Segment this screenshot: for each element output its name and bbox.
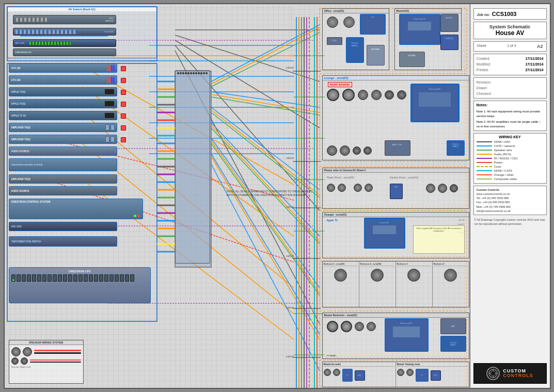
date-block: Created: 17/11/2014 Modified: 17/11/2014… [473, 54, 547, 75]
svg-text:subnet: subnet [286, 355, 294, 358]
job-no-value: CCS1003 [492, 11, 517, 17]
room-lounge-lower: Master Bedroom - zone(01) Samsung 40" AM [322, 313, 469, 359]
wiring-row-hdmi-cat6: HDMI / CAT6 [477, 169, 544, 172]
svg-line-67 [211, 107, 320, 190]
wire-hdmi-cat6-label: HDMI / CAT6 [494, 169, 512, 172]
svg-line-70 [211, 154, 320, 334]
wire-ir-label: IR / RS232 / CEC [494, 157, 518, 160]
svg-line-80 [211, 112, 320, 198]
svg-line-78 [211, 32, 320, 87]
revision-block: Revision: Drawn: Checked: [473, 77, 547, 99]
room-office: Office - zone(01) TV CTRL TOUCHPANEL KEY… [322, 8, 389, 70]
rack-item-7: AUDIO SOURCE [9, 146, 117, 156]
schematic-area: NOTE: ALL DEVICE NAMES MUST CORRESPOND T… [5, 4, 470, 388]
svg-line-68 [211, 123, 320, 236]
contact-mobile: Mob: +44 (0) 795 2999 882 [477, 205, 544, 209]
right-panel: Job no: CCS1003 System Schematic House A… [470, 4, 550, 388]
wire-composite-label: Composite video [494, 177, 517, 181]
disconnection-unit: DISCONNECTION SWITCH [9, 236, 117, 247]
room-bedrooms: Bedroom 3 - zone(03) Bedroom 4 - zone(04… [322, 261, 469, 307]
modified-date: 17/11/2014 [525, 61, 543, 67]
av-switch-label: AV Switch (Rack 01) [8, 7, 156, 11]
sheet-of: 1 of 4 [507, 44, 516, 49]
room-player-label: Please refer to Cinema AV Sheet 2 [323, 168, 469, 173]
wire-audio-label: Audio (RCA) [494, 153, 512, 156]
apple-tv-3: APPLE TV 3S [9, 111, 117, 120]
wiring-row-cat6: CAT6 / network [477, 144, 544, 148]
svg-line-74 [211, 110, 320, 195]
speaker-diagram-title: SPEAKER WIRING SYSTEM [9, 340, 83, 345]
wiring-key-title: WIRING KEY [477, 135, 544, 139]
rack-item-10: AUDIO SOURCE [9, 186, 117, 195]
speaker-diagram: SPEAKER WIRING SYSTEM [9, 340, 84, 384]
title-line2: House AV [476, 29, 544, 37]
wire-orange-label: Orange / other [494, 173, 514, 176]
room-master-label: Master(01) [395, 9, 461, 13]
wiring-key-block: WIRING KEY HDMI / ARC CAT6 / network Spe… [473, 133, 547, 184]
schematic-inner: NOTE: ALL DEVICE NAMES MUST CORRESPOND T… [5, 4, 470, 388]
svg-line-69 [211, 138, 320, 288]
notes-title: Notes: [477, 103, 544, 108]
logo-block: CUSTOM CONTROLS [473, 363, 547, 384]
room-office-label: Office - zone(01) [323, 9, 389, 13]
connector-panel [175, 70, 210, 264]
notes-block: Notes: Note 1: All rack equipment wiring… [473, 101, 547, 131]
job-no-block: Job no: CCS1003 [473, 8, 547, 20]
drawn-label: Drawn: [477, 85, 488, 91]
wiring-row-speaker: Speaker wire [477, 149, 544, 152]
contact-block: Custom Controls www.customcontrols.co.uk… [473, 186, 547, 216]
contact-fax: Fax: +44 (0) 845 0500 885 [477, 200, 544, 204]
svg-line-82 [211, 143, 320, 296]
created-date: 17/11/2014 [525, 56, 543, 61]
contact-company: Custom Controls [477, 188, 544, 192]
wire-hdmi-label: HDMI / ARC [494, 140, 511, 143]
rack-item-power: APC UPS [9, 222, 117, 231]
rack-item-1: GTX 100 [9, 63, 117, 73]
rack-item-5: AMPLIFIER TX(S) [9, 123, 117, 132]
note-1: Note 1: All rack equipment wiring must p… [477, 109, 544, 119]
room-master-viewing: Master En-suite TV KPD [322, 362, 469, 387]
svg-text:subnet: subnet [286, 66, 294, 69]
wire-coax-label: Coax [494, 165, 501, 168]
note-2: Note 2: All AV amplifiers must be single… [477, 120, 544, 129]
contact-tel: Tel: +44 (0) 845 0500 886 [477, 196, 544, 200]
svg-point-111 [490, 371, 496, 376]
revision-label: Revision: [477, 79, 492, 85]
svg-line-75 [211, 125, 320, 241]
contact-address: www.customcontrols.co.uk [477, 192, 544, 196]
wire-power-label: Power [494, 161, 503, 164]
wiring-row-hdmi: HDMI / ARC [477, 140, 544, 143]
copyright-text: © All Drawings Copyright custom controls… [474, 218, 545, 225]
svg-line-81 [211, 128, 320, 244]
wire-audio [477, 154, 492, 155]
network-poe-switch: CRESTRON CP3 [9, 267, 151, 303]
title-block: System Schematic House AV [473, 22, 547, 39]
logo-circle-svg [488, 369, 498, 378]
svg-line-72 [211, 27, 320, 84]
svg-line-73 [211, 94, 320, 112]
wire-power [477, 162, 492, 163]
room-lounge-label: Lounge - zone(02) [323, 76, 469, 80]
room-charger: Charger - zone(01) Apple TV Loewe 40" LG… [322, 212, 469, 258]
room-charger-label: Charger - zone(01) [323, 213, 469, 217]
apple-tv-1: APPLE TV(S) [9, 87, 117, 96]
wiring-row-composite: Composite video [477, 177, 544, 181]
wiring-row-power: Power [477, 161, 544, 164]
svg-text:NOTE: ALL DEVICE NAMES MUST CO: NOTE: ALL DEVICE NAMES MUST CORRESPOND T… [227, 190, 312, 193]
wire-speaker-label: Speaker wire [494, 149, 512, 152]
svg-text:subnet: subnet [286, 306, 294, 309]
wire-cat6-label: CAT6 / network [494, 144, 515, 148]
wiring-row-orange: Orange / other [477, 173, 544, 176]
svg-text:subnet: subnet [286, 205, 294, 208]
wiring-row-coax: Coax [477, 165, 544, 168]
room-player: Please refer to Cinema AV Sheet 2 Player… [322, 168, 469, 209]
job-no-label: Job no: [477, 13, 490, 17]
svg-line-66 [211, 92, 320, 107]
modified-label: Modified: [477, 61, 491, 67]
logo-controls-text: CONTROLS [503, 373, 533, 378]
sheet-label: Sheet [477, 44, 486, 49]
room-master: Master(01) Samsung TV AV REC CONTROL KEY… [394, 8, 462, 70]
wire-composite [477, 178, 492, 179]
svg-line-79 [211, 97, 320, 115]
large-amplifier: CRESTRON CONTROL SYSTEM [9, 199, 143, 219]
